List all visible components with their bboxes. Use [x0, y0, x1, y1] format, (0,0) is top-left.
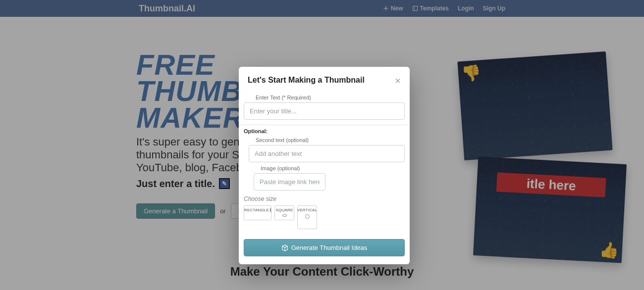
size-boxes: Rectangle Square Vertical [244, 205, 405, 229]
size-vertical-label: Vertical [297, 208, 318, 212]
modal-title: Let's Start Making a Thumbnail [248, 76, 365, 85]
generate-thumbnail-ideas-button[interactable]: Generate Thumbnail Ideas [244, 239, 405, 256]
modal: Let's Start Making a Thumbnail × Enter T… [239, 67, 410, 264]
label-enter-text: Enter Text (* Required) [256, 95, 405, 100]
label-second-text: Second text (optional) [256, 137, 405, 143]
cube-icon [281, 244, 288, 251]
modal-header: Let's Start Making a Thumbnail × [239, 67, 410, 93]
size-rectangle[interactable]: Rectangle [244, 205, 271, 220]
close-icon[interactable]: × [395, 76, 401, 86]
label-image: Image (optional) [261, 165, 405, 171]
size-rectangle-label: Rectangle [244, 208, 269, 212]
image-link-input[interactable] [254, 173, 325, 191]
image-group: Image (optional) [254, 165, 405, 191]
size-square-label: Square [276, 208, 293, 212]
title-input[interactable] [244, 102, 405, 120]
size-vertical[interactable]: Vertical [297, 205, 317, 229]
second-text-input[interactable] [249, 145, 405, 162]
radio-icon [305, 214, 310, 219]
size-square[interactable]: Square [274, 205, 294, 220]
divider [239, 125, 410, 125]
choose-size-label: Choose size [244, 195, 405, 202]
second-text-group: Second text (optional) [249, 137, 405, 162]
modal-body: Enter Text (* Required) Optional: Second… [239, 95, 410, 264]
radio-icon [282, 214, 287, 217]
optional-header: Optional: [244, 128, 405, 134]
radio-icon [270, 208, 271, 212]
generate-ideas-label: Generate Thumbnail Ideas [291, 244, 368, 251]
